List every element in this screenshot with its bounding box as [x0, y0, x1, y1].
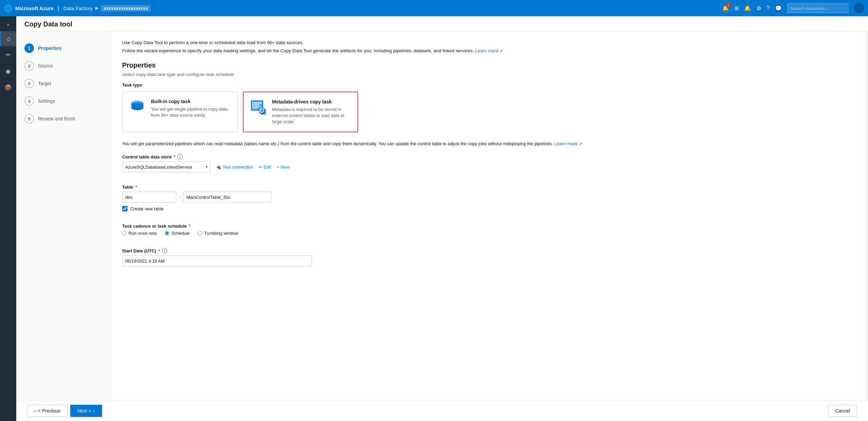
wizard-footer: ‹ < Previous Next > › Cancel — [16, 400, 868, 421]
start-date-label-text: Start Date (UTC) — [122, 248, 156, 253]
table-form-group: Table * · Create new table — [122, 185, 854, 217]
run-once-label: Run once now — [129, 231, 157, 236]
task-cadence-radio-group: Run once now Schedule Tumbling window — [122, 231, 854, 236]
intro-learn-more-link[interactable]: Learn more — [475, 48, 499, 53]
parameterized-learn-more-link[interactable]: Learn more — [554, 141, 578, 146]
tumbling-window-radio[interactable] — [198, 231, 202, 235]
intro-text-line1: Use Copy Data Tool to perform a one-time… — [122, 39, 854, 46]
control-table-label-text: Control table data store — [122, 154, 172, 159]
metadata-copy-task-card[interactable]: Metadata-driven copy task Metadata is re… — [243, 92, 358, 133]
task-cards-container: Built-in copy task You will get single p… — [122, 92, 854, 133]
metadata-card-info: Metadata-driven copy task Metadata is re… — [272, 99, 351, 125]
new-label: New — [281, 165, 289, 170]
start-date-form-group: Start Date (UTC) * i — [122, 248, 854, 266]
cancel-button[interactable]: Cancel — [828, 405, 857, 417]
metadata-card-title: Metadata-driven copy task — [272, 99, 351, 104]
alert-icon[interactable]: 🔔 — [744, 5, 751, 12]
sidebar-item-monitor[interactable]: ◉ — [0, 64, 16, 79]
wizard-layout: 1 Properties 2 Source 3 Target 4 Setting… — [16, 31, 868, 400]
settings-gear-icon[interactable]: ⚙ — [756, 5, 761, 12]
previous-button[interactable]: ‹ < Previous — [27, 405, 67, 417]
user-avatar[interactable] — [854, 3, 864, 13]
schedule-radio[interactable] — [165, 231, 169, 235]
svg-point-13 — [260, 109, 264, 112]
svg-rect-8 — [252, 104, 259, 105]
control-table-dropdown[interactable]: AzureSQLDatabaseLinkedService — [122, 161, 210, 172]
step-target[interactable]: 3 Target — [22, 75, 105, 92]
metadata-card-desc: Metadata is required to be stored in ext… — [272, 107, 351, 125]
topbar-right: 🔔 1 ⊞ 🔔 ⚙ ? 💬 — [722, 3, 864, 13]
test-connection-icon: 🔌 — [216, 165, 221, 170]
control-table-form-group: Control table data store * i AzureSQLDat… — [122, 154, 854, 178]
builtin-card-title: Built-in copy task — [151, 99, 230, 104]
run-once-radio[interactable] — [122, 231, 127, 235]
table-dot-separator: · — [179, 194, 180, 200]
step-properties[interactable]: 1 Properties — [22, 39, 105, 57]
global-search-input[interactable] — [787, 3, 848, 13]
start-date-label: Start Date (UTC) * i — [122, 248, 854, 253]
sidebar-nav: » ⌂ ✏ ◉ 📦 — [0, 16, 16, 421]
task-cadence-form-group: Task cadence or task schedule * Run once… — [122, 224, 854, 242]
step-1-circle: 1 — [24, 43, 34, 53]
brand-separator: | — [58, 5, 59, 12]
svg-rect-10 — [252, 108, 258, 109]
step-1-label: Properties — [38, 45, 61, 51]
new-plus-icon: + — [277, 165, 279, 170]
svg-rect-7 — [252, 102, 262, 103]
step-source[interactable]: 2 Source — [22, 57, 105, 75]
intro-text-line2-content: Follow the wizard experience to specify … — [122, 48, 474, 53]
table-schema-input[interactable] — [122, 192, 176, 203]
step-4-label: Settings — [38, 98, 55, 104]
step-review[interactable]: 5 Review and finish — [22, 110, 105, 128]
control-table-required: * — [174, 154, 175, 159]
create-new-table-row: Create new table — [122, 206, 854, 211]
table-required: * — [135, 185, 137, 190]
edit-link[interactable]: ✏ Edit — [258, 165, 271, 170]
tumbling-window-option[interactable]: Tumbling window — [198, 231, 238, 236]
properties-section-title: Properties — [122, 61, 854, 69]
create-new-table-checkbox[interactable] — [122, 206, 128, 211]
step-settings[interactable]: 4 Settings — [22, 92, 105, 110]
start-date-input[interactable] — [122, 255, 312, 266]
builtin-card-info: Built-in copy task You will get single p… — [151, 99, 230, 118]
test-connection-link[interactable]: 🔌 Test connection — [216, 165, 253, 170]
notification-bell-icon[interactable]: 🔔 1 — [722, 5, 729, 12]
step-5-label: Review and finish — [38, 116, 75, 121]
start-date-info-icon[interactable]: i — [162, 248, 167, 253]
previous-icon: ‹ — [34, 408, 36, 414]
notification-badge: 1 — [726, 3, 731, 8]
param-external-link-icon: ↗ — [579, 142, 582, 146]
service-name: Data Factory — [63, 5, 93, 11]
builtin-copy-task-card[interactable]: Built-in copy task You will get single p… — [122, 92, 237, 133]
nav-toggle-button[interactable]: » — [0, 19, 16, 30]
task-cadence-label-text: Task cadence or task schedule — [122, 224, 187, 229]
svg-rect-9 — [252, 106, 261, 107]
run-once-option[interactable]: Run once now — [122, 231, 157, 236]
table-name-input[interactable] — [183, 192, 271, 203]
control-table-info-icon[interactable]: i — [177, 154, 183, 159]
help-question-icon[interactable]: ? — [767, 5, 770, 11]
portal-menu-icon[interactable]: ⊞ — [734, 5, 739, 12]
next-button[interactable]: Next > › — [70, 405, 102, 417]
topbar: 🌐 Microsoft Azure | Data Factory ▶ xxxxx… — [0, 0, 868, 16]
sidebar-item-author[interactable]: ✏ — [0, 47, 16, 62]
brand: 🌐 Microsoft Azure | Data Factory ▶ xxxxx… — [4, 4, 151, 12]
sidebar-item-home[interactable]: ⌂ — [0, 31, 16, 46]
test-connection-label: Test connection — [223, 165, 253, 170]
edit-label: Edit — [264, 165, 271, 170]
next-icon: › — [93, 408, 95, 414]
new-link[interactable]: + New — [277, 165, 290, 170]
previous-button-label: < Previous — [38, 408, 61, 414]
parameterized-desc: You will get parameterized pipelines whi… — [122, 140, 854, 147]
sidebar-item-manage[interactable]: 📦 — [0, 80, 16, 95]
schedule-option[interactable]: Schedule — [165, 231, 190, 236]
feedback-icon[interactable]: 💬 — [775, 5, 782, 12]
task-type-label: Task type — [122, 82, 854, 88]
control-table-label: Control table data store * i — [122, 154, 854, 159]
control-table-dropdown-wrapper: AzureSQLDatabaseLinkedService — [122, 161, 210, 172]
content-area: Copy Data tool 1 Properties 2 Source 3 T… — [16, 16, 868, 421]
create-new-table-label: Create new table — [130, 206, 163, 211]
step-5-circle: 5 — [24, 114, 34, 123]
step-2-circle: 2 — [24, 61, 34, 71]
table-form-label: Table * — [122, 185, 854, 190]
